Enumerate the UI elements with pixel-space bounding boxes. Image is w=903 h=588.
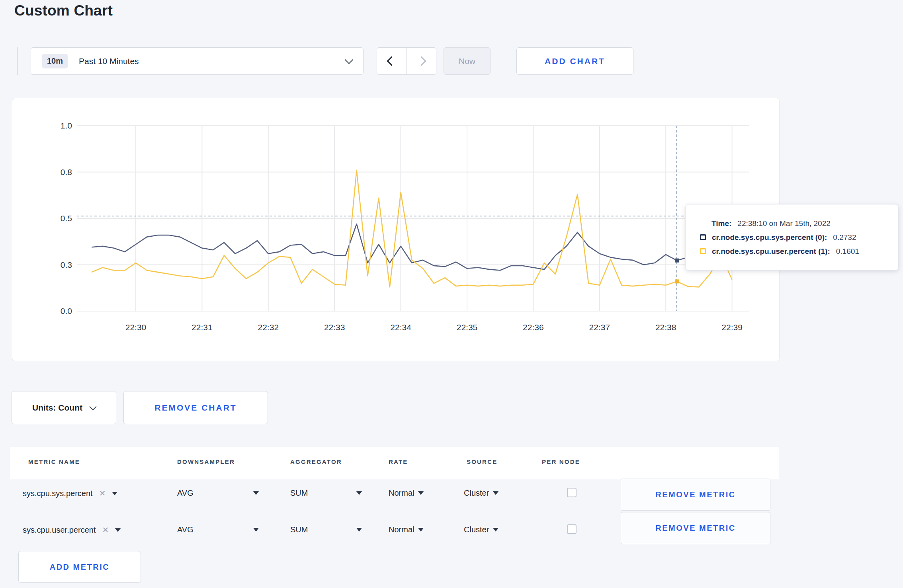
tooltip-time-row: Time: 22:38:10 on Mar 15th, 2022	[711, 219, 890, 228]
aggregator-select[interactable]: SUM	[290, 489, 362, 498]
timeseries-chart[interactable]: 1.00.80.50.30.022:3022:3122:3222:3322:34…	[12, 98, 779, 361]
remove-metric-button[interactable]: REMOVE METRIC	[621, 512, 770, 544]
tooltip-time-value: 22:38:10 on Mar 15th, 2022	[737, 219, 830, 228]
chart-card: 1.00.80.50.30.022:3022:3122:3222:3322:34…	[12, 98, 780, 361]
svg-text:22:30: 22:30	[125, 323, 147, 332]
chevron-right-icon	[416, 56, 426, 66]
source-select[interactable]: Cluster	[464, 489, 498, 498]
col-header-aggregator: AGGREGATOR	[290, 458, 342, 465]
remove-chart-button[interactable]: REMOVE CHART	[123, 391, 268, 424]
downsampler-select[interactable]: AVG	[177, 489, 259, 498]
tooltip-series-label: cr.node.sys.cpu.user.percent (1):	[712, 247, 830, 256]
chevron-left-icon	[387, 56, 397, 66]
col-header-source: SOURCE	[467, 458, 497, 465]
chevron-down-icon	[345, 56, 353, 64]
aggregator-select[interactable]: SUM	[290, 525, 362, 534]
sys-series-swatch-icon	[700, 234, 706, 240]
units-dropdown[interactable]: Units: Count	[12, 391, 116, 424]
user-series-swatch-icon	[700, 248, 706, 254]
clear-metric-icon[interactable]: ✕	[99, 489, 106, 498]
downsampler-select[interactable]: AVG	[177, 525, 259, 534]
custom-chart-page: Custom Chart 10m Past 10 Minutes Now ADD…	[0, 0, 903, 588]
svg-text:22:39: 22:39	[721, 323, 743, 332]
toolbar-divider	[17, 47, 18, 75]
tooltip-series-row: cr.node.sys.cpu.sys.percent (0): 0.2732	[700, 233, 890, 242]
chart-tooltip: Time: 22:38:10 on Mar 15th, 2022 cr.node…	[685, 204, 899, 271]
col-header-per-node: PER NODE	[542, 458, 580, 465]
svg-text:22:33: 22:33	[324, 323, 345, 332]
caret-down-icon	[418, 491, 424, 495]
add-chart-button[interactable]: ADD CHART	[516, 47, 633, 75]
time-pager	[377, 47, 436, 75]
tooltip-time-label: Time:	[711, 219, 731, 228]
caret-down-icon	[253, 491, 259, 495]
svg-text:22:32: 22:32	[258, 323, 279, 332]
now-button[interactable]: Now	[444, 47, 491, 75]
svg-text:0.3: 0.3	[61, 260, 72, 269]
svg-text:22:34: 22:34	[390, 323, 411, 332]
svg-text:22:36: 22:36	[523, 323, 544, 332]
svg-text:0.0: 0.0	[61, 306, 72, 315]
per-node-checkbox[interactable]	[567, 488, 577, 497]
svg-text:0.8: 0.8	[61, 167, 72, 177]
add-metric-button[interactable]: ADD METRIC	[18, 551, 141, 583]
per-node-checkbox[interactable]	[567, 524, 577, 534]
time-range-badge: 10m	[42, 54, 68, 68]
rate-select[interactable]: Normal	[389, 525, 424, 534]
time-range-dropdown[interactable]: 10m Past 10 Minutes	[31, 47, 364, 75]
caret-down-icon	[253, 528, 259, 532]
remove-metric-button[interactable]: REMOVE METRIC	[621, 479, 770, 511]
svg-text:22:37: 22:37	[589, 323, 610, 332]
tooltip-series-value: 0.1601	[836, 247, 859, 256]
next-time-button[interactable]	[407, 48, 436, 74]
svg-text:22:38: 22:38	[655, 323, 676, 332]
svg-text:22:31: 22:31	[192, 323, 213, 332]
caret-down-icon	[115, 528, 121, 532]
svg-text:0.5: 0.5	[61, 214, 72, 223]
col-header-metric-name: METRIC NAME	[28, 458, 80, 465]
tooltip-series-value: 0.2732	[833, 233, 856, 242]
metric-name-select[interactable]: sys.cpu.sys.percent ✕	[23, 489, 117, 498]
prev-time-button[interactable]	[377, 48, 407, 74]
tooltip-series-label: cr.node.sys.cpu.sys.percent (0):	[712, 233, 827, 242]
caret-down-icon	[493, 528, 498, 532]
col-header-downsampler: DOWNSAMPLER	[177, 458, 235, 465]
rate-select[interactable]: Normal	[389, 489, 424, 498]
col-header-rate: RATE	[389, 458, 408, 465]
caret-down-icon	[112, 492, 117, 495]
time-range-label: Past 10 Minutes	[79, 56, 139, 66]
metric-name-select[interactable]: sys.cpu.user.percent ✕	[23, 525, 121, 535]
svg-text:22:35: 22:35	[457, 323, 478, 332]
tooltip-series-row: cr.node.sys.cpu.user.percent (1): 0.1601	[700, 247, 890, 256]
caret-down-icon	[356, 528, 362, 532]
caret-down-icon	[356, 491, 362, 495]
page-title: Custom Chart	[14, 2, 113, 19]
chevron-down-icon	[89, 403, 96, 410]
clear-metric-icon[interactable]: ✕	[102, 525, 109, 535]
caret-down-icon	[493, 491, 498, 495]
caret-down-icon	[418, 528, 424, 532]
source-select[interactable]: Cluster	[464, 525, 498, 534]
svg-text:1.0: 1.0	[61, 121, 72, 130]
